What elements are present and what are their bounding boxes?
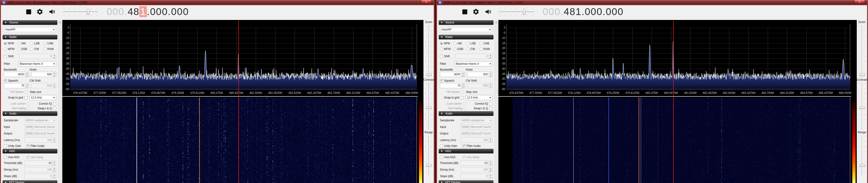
mode-nfm[interactable]: NFM [4,42,17,45]
scroll-up-icon[interactable]: ▲ [59,20,61,23]
fft-display-panel-header[interactable]: ▼FFT Display [439,180,494,183]
menu-icon[interactable] [449,9,457,15]
spectrum-display[interactable] [498,20,851,183]
mode-wfm[interactable]: WFM [4,47,17,51]
squelch-checkbox[interactable] [4,79,7,82]
filter-dropdown[interactable]: Blackman-Harris 4▼ [454,61,492,67]
shift-checkbox[interactable] [440,55,443,58]
squelch-spinner[interactable]: 75▲▼ [440,83,465,88]
use-agc-checkbox[interactable] [4,156,7,159]
mode-wfm[interactable]: WFM [440,47,454,51]
step-size-dropdown[interactable]: 12.5 kHz▼ [466,95,492,100]
filter-audio-checkbox[interactable] [26,145,29,148]
source-device-dropdown[interactable]: HackRF▼ [4,27,56,32]
zoom-slider-thumb[interactable] [860,73,865,76]
volume-thumb[interactable] [523,9,526,15]
order-spinner[interactable]: 500▲▼ [31,72,56,77]
unity-gain-checkbox[interactable] [440,145,443,148]
squelch-spinner[interactable]: 75▲▼ [4,83,29,88]
sidebar-scrollbar[interactable]: ▲ [495,20,498,183]
range-slider-thumb[interactable] [426,164,431,166]
range-slider-thumb[interactable] [860,164,865,166]
close-button[interactable]: x [855,0,865,4]
sidebar-scrollbar[interactable]: ▲ [59,20,62,183]
snap-checkbox[interactable] [461,96,464,99]
zoom-slider[interactable] [859,25,865,77]
titlebar[interactable]: ∞ SDR# v1.0.0.1328 - IQ Imbalance: Gain … [437,0,867,5]
audio-panel-header[interactable]: ▼Audio [3,111,57,116]
filter-dropdown[interactable]: Blackman-Harris 4▼ [18,61,56,67]
bandwidth-spinner[interactable]: 8000▲▼ [4,72,29,77]
menu-icon[interactable] [13,9,21,15]
agc-panel-header[interactable]: ▼AGC [439,149,494,153]
squelch-toggle[interactable]: Squelch [440,79,466,82]
range-slider[interactable] [859,135,865,175]
frequency-digits[interactable]: 481.000.000 [564,6,624,17]
frequency-display[interactable]: 000.481.000.000 [543,6,623,17]
mode-dsb[interactable]: DSB [454,47,466,51]
contrast-slider[interactable] [859,83,865,130]
source-panel-header[interactable]: ▼Source [439,20,494,25]
stop-button[interactable] [26,9,31,14]
scroll-up-icon[interactable]: ▲ [495,20,497,23]
mode-cw[interactable]: CW [30,47,43,51]
audio-mute-button[interactable] [49,8,56,15]
snap-checkbox[interactable] [25,96,28,99]
swap-iq-checkbox[interactable] [489,107,492,110]
mode-raw[interactable]: RAW [43,47,54,51]
audio-panel-header[interactable]: ▼Audio [439,111,494,116]
volume-slider[interactable] [499,7,534,17]
source-panel-header[interactable]: ▼Source [3,20,57,25]
squelch-checkbox[interactable] [440,79,443,82]
volume-thumb[interactable] [87,9,90,15]
mode-lsb[interactable]: LSB [30,42,43,45]
frequency-digits[interactable]: 48 [128,6,140,17]
correct-iq-checkbox[interactable] [53,102,56,105]
zoom-slider[interactable] [425,25,432,77]
agc-panel-header[interactable]: ▼AGC [3,149,57,153]
unity-gain-checkbox[interactable] [4,145,7,148]
close-button[interactable]: x [421,0,431,4]
settings-button[interactable] [472,8,479,15]
frequency-display[interactable]: 000.481.000.000 [106,6,189,17]
mode-raw[interactable]: RAW [479,47,490,51]
radio-panel-header[interactable]: ▼Radio [439,35,494,40]
order-spinner[interactable]: 500▲▼ [467,72,492,77]
spectrum-display[interactable] [62,20,418,183]
mode-usb[interactable]: USB [43,42,53,45]
frequency-dim-digits[interactable]: 000. [106,6,128,17]
zoom-slider-thumb[interactable] [426,73,431,76]
mode-nfm[interactable]: NFM [440,42,454,45]
mode-am[interactable]: AM [454,42,466,45]
stop-button[interactable] [462,9,467,14]
volume-slider[interactable] [63,7,98,17]
fft-display-panel-header[interactable]: ▼FFT Display [3,180,57,183]
contrast-slider-thumb[interactable] [426,106,431,109]
mode-cw[interactable]: CW [466,47,479,51]
frequency-highlighted-digit[interactable]: 1 [140,6,147,17]
shift-checkbox[interactable] [4,55,7,58]
frequency-digits[interactable]: .000.000 [147,6,189,17]
squelch-toggle[interactable]: Squelch [4,79,30,82]
contrast-slider-thumb[interactable] [860,106,865,109]
use-agc-checkbox[interactable] [440,156,443,159]
mode-dsb[interactable]: DSB [17,47,30,51]
settings-button[interactable] [36,8,43,15]
spectrum-waterfall-canvas[interactable] [498,20,851,183]
step-size-dropdown[interactable]: 12.5 kHz▼ [30,95,56,100]
frequency-dim-digits[interactable]: 000. [543,6,564,17]
mode-usb[interactable]: USB [479,42,489,45]
swap-iq-checkbox[interactable] [53,107,56,110]
titlebar[interactable]: ∞ SDR# v1.0.0.1328 - IQ Imbalance: Gain … [1,0,434,5]
mode-am[interactable]: AM [17,42,30,45]
source-device-dropdown[interactable]: HackRF▼ [440,27,492,32]
radio-panel-header[interactable]: ▼Radio [3,35,57,40]
filter-audio-checkbox[interactable] [462,145,465,148]
spectrum-waterfall-canvas[interactable] [62,20,418,183]
correct-iq-checkbox[interactable] [489,102,492,105]
bandwidth-spinner[interactable]: 8000▲▼ [440,72,465,77]
audio-mute-button[interactable] [485,8,492,15]
range-slider[interactable] [425,135,432,175]
mode-lsb[interactable]: LSB [466,42,479,45]
contrast-slider[interactable] [425,83,432,130]
